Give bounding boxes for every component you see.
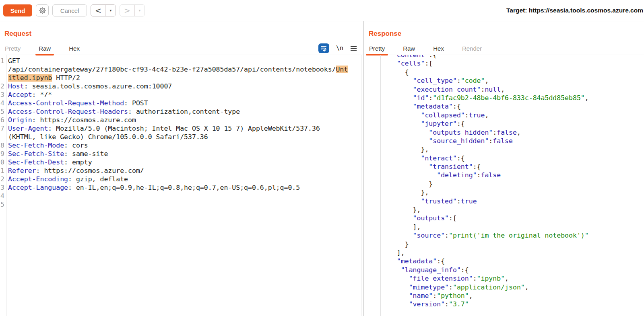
- code-line: "name":"python",: [387, 291, 644, 300]
- line-number: 8: [0, 141, 6, 150]
- code-line: "metadata":{: [387, 257, 644, 265]
- response-panel: Response Pretty Raw Hex Render "content"…: [364, 21, 644, 316]
- line-number: 1: [0, 166, 6, 175]
- code-line: "content":{: [387, 55, 644, 59]
- line-number: 4: [0, 192, 6, 200]
- code-line: "source_hidden":false: [387, 137, 644, 145]
- line-number: 2: [0, 82, 6, 90]
- request-editor[interactable]: 1GET/api/containergateway/27f180bc-cf93-…: [0, 55, 363, 316]
- code-line: itled.ipynb HTTP/2: [0, 74, 363, 82]
- request-editor-edge: [361, 55, 361, 316]
- line-number: 3: [0, 90, 6, 99]
- code-line: "nteract":{: [387, 154, 644, 162]
- response-tab-pretty[interactable]: Pretty: [369, 42, 385, 55]
- code-line: "cell_type":"code",: [387, 76, 644, 85]
- panel-splitter[interactable]: [363, 21, 364, 316]
- line-number: 2: [0, 175, 6, 183]
- code-line: },: [387, 205, 644, 214]
- code-line: 0Sec-Fetch-Dest: empty: [0, 158, 363, 166]
- request-panel: Request Pretty Raw Hex \n 1GET/api: [0, 21, 363, 316]
- line-number: [0, 133, 6, 141]
- line-number: 5: [0, 107, 6, 116]
- code-line: "mimetype":"application/json",: [387, 283, 644, 291]
- gear-icon: [39, 7, 46, 14]
- code-line: "trusted":true: [387, 197, 644, 205]
- code-line: 8Sec-Fetch-Mode: cors: [0, 141, 363, 150]
- line-number: 6: [0, 116, 6, 124]
- request-tab-bar: Pretty Raw Hex \n: [4, 42, 363, 55]
- code-line: 2Host: seasia.tools.cosmos.azure.com:100…: [0, 82, 363, 90]
- request-panel-title: Request: [4, 30, 31, 38]
- line-number: 0: [0, 158, 6, 166]
- line-number: 7: [0, 124, 6, 133]
- code-line: 7User-Agent: Mozilla/5.0 (Macintosh; Int…: [0, 124, 363, 133]
- code-line: 2Accept-Encoding: gzip, deflate: [0, 175, 363, 183]
- response-tab-render[interactable]: Render: [462, 42, 482, 55]
- line-number: 4: [0, 99, 6, 107]
- target-url: https://seasia.tools.cosmos.azure.com: [529, 7, 643, 14]
- line-number: 1: [0, 57, 6, 65]
- response-panel-title: Response: [369, 30, 401, 38]
- code-line: "execution_count":null,: [387, 85, 644, 94]
- code-line: "metadata":{: [387, 102, 644, 111]
- request-tab-hex[interactable]: Hex: [68, 42, 80, 55]
- code-line: "deleting":false: [387, 171, 644, 179]
- code-line: "collapsed":true,: [387, 111, 644, 119]
- repeater-toolbar: Send Cancel < ▼ > ▼ Target: https://se: [0, 0, 644, 21]
- code-line: 4Access-Control-Request-Method: POST: [0, 99, 363, 107]
- word-wrap-icon: [320, 45, 327, 51]
- request-tab-raw[interactable]: Raw: [38, 42, 51, 55]
- response-tab-hex[interactable]: Hex: [433, 42, 444, 55]
- code-line: "language_info":{: [387, 266, 644, 274]
- target-label: Target: https://seasia.tools.cosmos.azur…: [506, 7, 644, 14]
- code-line: /api/containergateway/27f180bc-cf93-4c42…: [0, 65, 363, 74]
- response-tab-bar: Pretty Raw Hex Render: [369, 42, 644, 55]
- code-line: 4: [0, 192, 363, 200]
- forward-button[interactable]: > ▼: [120, 4, 145, 16]
- code-line: "id":"d1fac9b2-48be-4bf6-833c-84a5dd85eb…: [387, 94, 644, 102]
- code-line: "transient":{: [387, 162, 644, 171]
- response-tab-raw[interactable]: Raw: [402, 42, 415, 55]
- word-wrap-toggle[interactable]: [318, 43, 329, 53]
- code-line: ],: [387, 248, 644, 257]
- line-number: 5: [0, 200, 6, 209]
- forward-dropdown-icon[interactable]: ▼: [135, 9, 144, 12]
- line-number: 9: [0, 150, 6, 158]
- response-editor[interactable]: "content":{ "cells":[ { "cell_type":"cod…: [364, 55, 644, 316]
- code-line: 3Accept: */*: [0, 90, 363, 99]
- send-button[interactable]: Send: [3, 4, 32, 16]
- code-line: "outputs":[: [387, 214, 644, 222]
- editor-menu-button[interactable]: [350, 46, 357, 51]
- request-settings-button[interactable]: [36, 4, 49, 16]
- code-line: 5Access-Control-Request-Headers: authori…: [0, 107, 363, 116]
- code-line: "outputs_hidden":false,: [387, 128, 644, 137]
- back-dropdown-icon[interactable]: ▼: [106, 9, 116, 12]
- code-line: 1GET: [0, 57, 363, 65]
- code-line: }: [387, 240, 644, 248]
- code-line: 9Sec-Fetch-Site: same-site: [0, 150, 363, 158]
- code-line: (KHTML, like Gecko) Chrome/105.0.0.0 Saf…: [0, 133, 363, 141]
- line-number: 3: [0, 183, 6, 192]
- code-line: 3Accept-Language: en-IL,en;q=0.9,he-IL;q…: [0, 183, 363, 192]
- code-line: 6Origin: https://cosmos.azure.com: [0, 116, 363, 124]
- hamburger-menu-icon: [350, 46, 357, 51]
- back-arrow-icon: <: [91, 7, 105, 14]
- code-line: ],: [387, 223, 644, 231]
- code-line: {: [387, 68, 644, 76]
- cancel-button[interactable]: Cancel: [52, 4, 87, 16]
- code-line: 1Referer: https://cosmos.azure.com/: [0, 166, 363, 175]
- back-button[interactable]: < ▼: [91, 4, 116, 16]
- line-number: [0, 74, 6, 82]
- line-number: [0, 65, 6, 74]
- code-line: "cells":[: [387, 59, 644, 68]
- show-newlines-toggle[interactable]: \n: [336, 45, 343, 52]
- request-editor-tools: \n: [318, 43, 363, 53]
- code-line: "jupyter":{: [387, 119, 644, 128]
- code-line: "version":"3.7": [387, 300, 644, 308]
- code-line: }: [387, 180, 644, 188]
- code-line: "source":"print('im the original noteboo…: [387, 231, 644, 240]
- code-line: },: [387, 188, 644, 197]
- code-line: "file_extension":"ipynb",: [387, 274, 644, 283]
- request-tab-pretty[interactable]: Pretty: [4, 42, 21, 55]
- code-line: },: [387, 145, 644, 154]
